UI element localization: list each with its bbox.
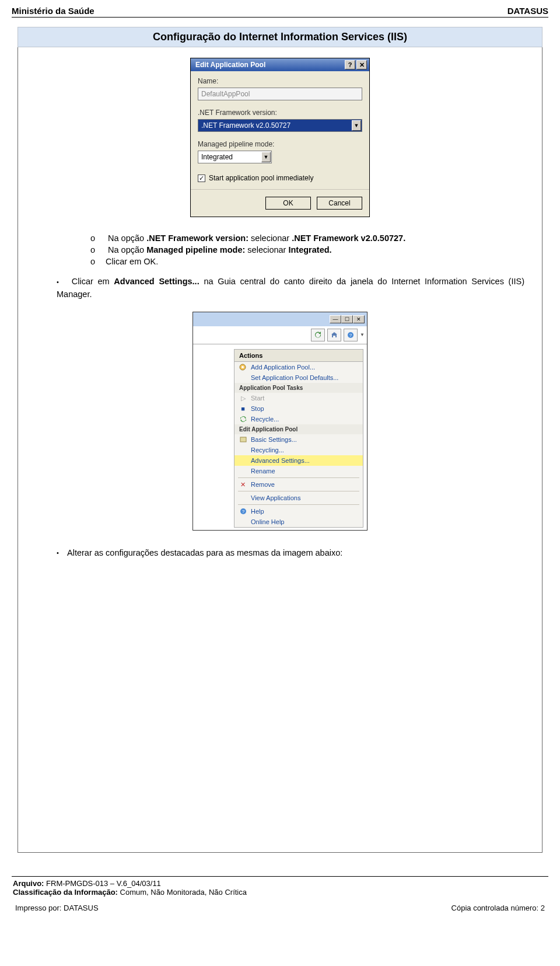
add-pool-icon (239, 364, 247, 371)
chevron-down-icon[interactable]: ▼ (352, 120, 361, 131)
ok-button[interactable]: OK (265, 197, 311, 210)
checkbox-label: Start application pool immediately (209, 174, 313, 182)
document-footer: Arquivo: FRM-PMGDS-013 – V.6_04/03/11 Cl… (12, 876, 548, 915)
remove-action[interactable]: ✕ Remove (235, 479, 363, 490)
edit-app-pool-section: Edit Application Pool (235, 424, 363, 434)
set-app-pool-defaults-action[interactable]: Set Application Pool Defaults... (235, 372, 363, 383)
instruction-item: Na opção Managed pipeline mode: selecion… (90, 245, 524, 254)
edit-application-pool-dialog: Edit Application Pool ? ✕ Name: DefaultA… (190, 58, 370, 217)
dialog-title-text: Edit Application Pool (195, 61, 265, 69)
view-applications-action[interactable]: View Applications (235, 493, 363, 503)
stop-action[interactable]: ■ Stop (235, 403, 363, 414)
footer-file-line: Arquivo: FRM-PMGDS-013 – V.6_04/03/11 (13, 879, 547, 888)
minimize-icon[interactable]: — (330, 315, 341, 323)
name-field: DefaultAppPool (198, 88, 362, 100)
help-action[interactable]: ? Help (235, 506, 363, 517)
header-right: DATASUS (508, 6, 548, 16)
instruction-main-list: Clicar em Advanced Settings... na Guia c… (36, 275, 524, 301)
refresh-icon[interactable] (311, 329, 325, 341)
name-label: Name: (198, 77, 362, 85)
close-icon[interactable]: ✕ (356, 60, 367, 69)
play-icon: ▷ (239, 395, 247, 402)
pipeline-mode-label: Managed pipeline mode: (198, 140, 362, 148)
maximize-icon[interactable]: ☐ (341, 315, 353, 323)
footer-copy-number: Cópia controlada número: 2 (452, 904, 545, 912)
start-action: ▷ Start (235, 393, 363, 403)
rename-action[interactable]: Rename (235, 466, 363, 476)
instruction-item: Clicar em OK. (90, 257, 524, 266)
footer-printed-by: Impresso por: DATASUS (15, 904, 99, 912)
framework-version-label: .NET Framework version: (198, 109, 362, 117)
instruction-paragraph: Clicar em Advanced Settings... na Guia c… (57, 275, 524, 301)
checkbox-checked-icon: ✓ (198, 175, 205, 182)
dialog-titlebar: Edit Application Pool ? ✕ (191, 58, 369, 71)
document-header: Ministério da Saúde DATASUS (12, 4, 548, 18)
app-pool-tasks-section: Application Pool Tasks (235, 383, 363, 393)
recycle-action[interactable]: Recycle... (235, 414, 363, 424)
remove-icon: ✕ (239, 481, 247, 489)
instruction-paragraph: Alterar as configurações destacadas para… (57, 547, 524, 560)
instruction-sub-list: Na opção .NET Framework version: selecio… (36, 233, 524, 266)
settings-icon (239, 436, 247, 444)
instruction-main-list: Alterar as configurações destacadas para… (36, 547, 524, 560)
cancel-button[interactable]: Cancel (317, 197, 362, 210)
actions-title: Actions (235, 350, 363, 362)
separator (238, 504, 359, 505)
recycle-icon (239, 416, 247, 423)
help-icon[interactable]: ? (345, 60, 355, 69)
svg-point-3 (242, 366, 244, 368)
footer-classification-line: Classificação da Informação: Comum, Não … (13, 888, 547, 897)
separator (238, 477, 359, 478)
advanced-settings-action[interactable]: Advanced Settings... (235, 455, 363, 466)
svg-text:?: ? (242, 509, 244, 514)
help-icon: ? (239, 508, 247, 515)
online-help-action[interactable]: Online Help (235, 517, 363, 527)
basic-settings-action[interactable]: Basic Settings... (235, 434, 363, 445)
actions-panel: Actions Add Application Pool... Set Appl… (234, 349, 363, 528)
svg-text:?: ? (349, 333, 352, 338)
recycling-action[interactable]: Recycling... (235, 445, 363, 455)
add-application-pool-action[interactable]: Add Application Pool... (235, 362, 363, 372)
stop-icon: ■ (239, 405, 247, 413)
iis-actions-pane-figure: — ☐ ✕ ? ▼ Actions (192, 312, 368, 531)
document-title: Configuração do Internet Information Ser… (18, 27, 542, 47)
svg-rect-4 (240, 437, 246, 442)
instruction-item: Na opção .NET Framework version: selecio… (90, 233, 524, 243)
framework-version-select[interactable]: .NET Framework v2.0.50727 (198, 119, 362, 132)
header-left: Ministério da Saúde (12, 6, 94, 16)
start-immediately-checkbox[interactable]: ✓ Start application pool immediately (198, 174, 362, 182)
help-icon[interactable]: ? (344, 329, 358, 341)
content-body: Edit Application Pool ? ✕ Name: DefaultA… (18, 47, 542, 853)
pipeline-mode-select[interactable]: Integrated (198, 151, 272, 163)
chevron-down-icon[interactable]: ▼ (261, 152, 271, 162)
window-titlebar-fragment: — ☐ ✕ (193, 312, 367, 326)
toolbar-row: ? ▼ (193, 326, 367, 344)
home-icon[interactable] (327, 329, 341, 341)
chevron-down-icon: ▼ (360, 332, 365, 337)
close-icon[interactable]: ✕ (353, 315, 365, 323)
separator (238, 491, 359, 491)
